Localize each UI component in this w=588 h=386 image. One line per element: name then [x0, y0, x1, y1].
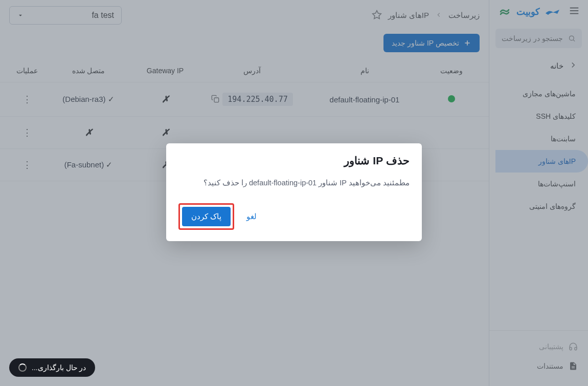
loading-toast: در حال بارگذاری...	[9, 358, 95, 377]
dialog-body: مطمئنید می‌خواهید IP شناور default-float…	[178, 177, 410, 189]
dialog-title: حذف IP شناور	[178, 155, 410, 167]
cancel-button[interactable]: لغو	[241, 208, 262, 225]
delete-dialog: حذف IP شناور مطمئنید می‌خواهید IP شناور …	[166, 143, 422, 241]
confirm-delete-button[interactable]: پاک کردن	[182, 207, 231, 226]
spinner-icon	[18, 363, 27, 372]
loading-text: در حال بارگذاری...	[32, 363, 86, 372]
confirm-highlight: پاک کردن	[178, 203, 234, 230]
modal-overlay[interactable]: حذف IP شناور مطمئنید می‌خواهید IP شناور …	[0, 0, 588, 386]
dialog-actions: لغو پاک کردن	[178, 203, 410, 230]
